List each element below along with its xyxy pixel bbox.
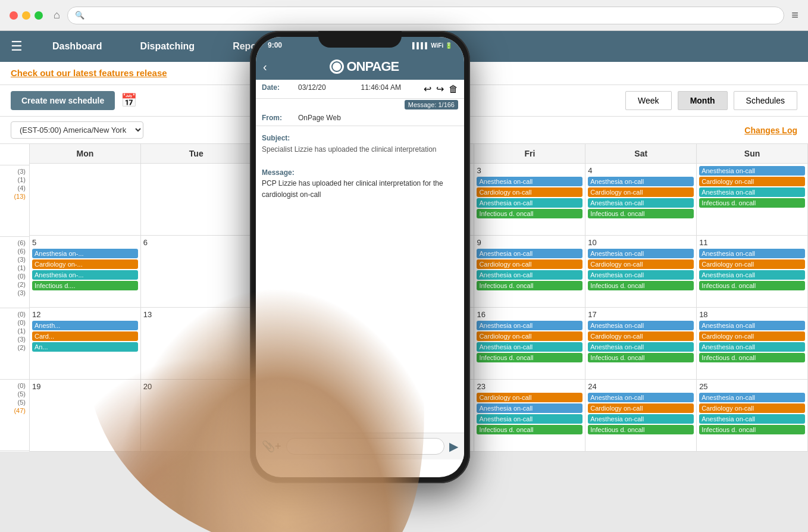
event-pill[interactable]: Cardiology on-call <box>588 403 694 413</box>
event-pill[interactable]: An... <box>32 342 138 352</box>
feature-link[interactable]: Check out our latest features release <box>11 68 167 78</box>
event-pill[interactable]: Cardiology on-... <box>32 259 138 269</box>
cal-cell-sat17[interactable]: 17 Anesthesia on-call Cardiology on-call… <box>585 308 697 379</box>
event-pill[interactable]: Anesthesia on-call <box>699 187 805 197</box>
cal-cell-fri16[interactable]: 16 Anesthesia on-call Cardiology on-call… <box>474 308 585 379</box>
event-pill[interactable]: Anesthesia on-call <box>588 249 694 258</box>
schedules-view-button[interactable]: Schedules <box>734 91 797 110</box>
forward-button[interactable]: ↪ <box>436 83 444 95</box>
event-pill[interactable]: Infectious d. oncall <box>588 353 694 362</box>
cal-cell-sat4[interactable]: 4 Anesthesia on-call Cardiology on-call … <box>585 164 697 235</box>
maximize-button[interactable] <box>35 11 43 20</box>
event-pill[interactable]: Anesthesia on-... <box>32 249 138 258</box>
event-pill[interactable]: Anesthesia on-call <box>477 270 582 280</box>
event-pill[interactable]: Infectious d. oncall <box>699 353 805 362</box>
event-pill[interactable]: Infectious d. oncall <box>477 281 582 290</box>
event-pill[interactable]: Cardiology on-call <box>477 393 582 402</box>
cal-cell-mon19[interactable]: 19 <box>30 380 141 451</box>
event-pill[interactable]: Anesthesia on-call <box>477 342 582 352</box>
timezone-select[interactable]: (EST-05:00) America/New York <box>11 121 143 139</box>
event-pill[interactable]: Cardiology on-call <box>588 259 694 269</box>
create-schedule-button[interactable]: Create new schedule <box>11 91 115 110</box>
hamburger-icon[interactable]: ≡ <box>791 8 798 22</box>
event-pill[interactable]: Infectious d.... <box>32 281 138 290</box>
cal-cell-sat10[interactable]: 10 Anesthesia on-call Cardiology on-call… <box>585 236 697 307</box>
cal-cell-sun[interactable]: Anesthesia on-call Cardiology on-call An… <box>697 164 808 235</box>
send-button[interactable]: ▶ <box>449 439 458 453</box>
event-pill[interactable]: Cardiology on-call <box>699 403 805 413</box>
event-pill[interactable]: Anesthesia on-call <box>477 198 582 208</box>
cal-cell-mon5[interactable]: 5 Anesthesia on-... Cardiology on-... An… <box>30 236 141 307</box>
event-pill[interactable]: Cardiology on-call <box>477 259 582 269</box>
phone-input-area: 📎+ ▶ <box>256 433 464 459</box>
cal-cell-sat24[interactable]: 24 Anesthesia on-call Cardiology on-call… <box>585 380 697 451</box>
event-pill[interactable]: Infectious d. oncall <box>699 281 805 290</box>
event-pill[interactable]: Anesthesia on-call <box>477 414 582 424</box>
event-pill[interactable]: Infectious d. oncall <box>699 198 805 208</box>
event-pill[interactable]: Cardiology on-call <box>588 187 694 197</box>
event-pill[interactable]: Cardiology on-call <box>477 187 582 197</box>
event-pill[interactable]: Anesthesia on-... <box>32 270 138 280</box>
cal-cell-tue6[interactable]: 6 <box>141 236 252 307</box>
event-pill[interactable]: Cardiology on-call <box>699 177 805 186</box>
event-pill[interactable]: Card... <box>32 331 138 341</box>
event-pill[interactable]: Anesthesia on-call <box>699 342 805 352</box>
event-pill[interactable]: Cardiology on-call <box>699 331 805 341</box>
event-pill[interactable]: Anesthesia on-call <box>477 249 582 258</box>
close-button[interactable] <box>10 11 18 20</box>
address-bar[interactable]: 🔍 <box>67 7 784 24</box>
week-view-button[interactable]: Week <box>625 91 672 110</box>
event-pill[interactable]: Infectious d. oncall <box>477 209 582 218</box>
cal-cell[interactable] <box>30 164 141 235</box>
event-pill[interactable]: Anesthesia on-call <box>588 198 694 208</box>
nav-hamburger[interactable]: ☰ <box>0 39 33 54</box>
cal-cell-sun11[interactable]: 11 Anesthesia on-call Cardiology on-call… <box>697 236 808 307</box>
event-pill[interactable]: Anesthesia on-call <box>477 403 582 413</box>
home-icon[interactable]: ⌂ <box>54 9 60 21</box>
event-pill[interactable]: Anesthesia on-call <box>588 342 694 352</box>
event-pill[interactable]: Infectious d. oncall <box>699 425 805 434</box>
event-pill[interactable]: Infectious d. oncall <box>477 353 582 362</box>
event-pill[interactable]: Infectious d. oncall <box>588 281 694 290</box>
event-pill[interactable]: Infectious d. oncall <box>588 425 694 434</box>
cal-cell-tue20[interactable]: 20 <box>141 380 252 451</box>
cal-cell-sun18[interactable]: 18 Anesthesia on-call Cardiology on-call… <box>697 308 808 379</box>
reply-button[interactable]: ↩ <box>424 83 431 95</box>
event-pill[interactable]: Anesth... <box>32 321 138 330</box>
event-pill[interactable]: Anesthesia on-call <box>477 177 582 186</box>
cal-cell-mon12[interactable]: 12 Anesth... Card... An... <box>30 308 141 379</box>
event-pill[interactable]: Anesthesia on-call <box>699 321 805 330</box>
event-pill[interactable]: Infectious d. oncall <box>588 209 694 218</box>
event-pill[interactable]: Anesthesia on-call <box>588 321 694 330</box>
event-pill[interactable]: Anesthesia on-call <box>699 393 805 402</box>
message-input[interactable] <box>286 438 444 455</box>
event-pill[interactable]: Anesthesia on-call <box>588 414 694 424</box>
event-pill[interactable]: Anesthesia on-call <box>588 270 694 280</box>
event-pill[interactable]: Anesthesia on-call <box>699 270 805 280</box>
nav-item-dashboard[interactable]: Dashboard <box>33 31 121 62</box>
event-pill[interactable]: Anesthesia on-call <box>699 414 805 424</box>
event-pill[interactable]: Anesthesia on-call <box>699 166 805 176</box>
cal-cell-fri3[interactable]: 3 Anesthesia on-call Cardiology on-call … <box>474 164 585 235</box>
cal-cell[interactable] <box>141 164 252 235</box>
phone-back-button[interactable]: ‹ <box>263 60 267 74</box>
cal-cell-sun25[interactable]: 25 Anesthesia on-call Cardiology on-call… <box>697 380 808 451</box>
event-pill[interactable]: Anesthesia on-call <box>588 177 694 186</box>
event-pill[interactable]: Infectious d. oncall <box>477 425 582 434</box>
event-pill[interactable]: Anesthesia on-call <box>588 393 694 402</box>
event-pill[interactable]: Anesthesia on-call <box>699 249 805 258</box>
month-view-button[interactable]: Month <box>678 91 728 110</box>
calendar-icon-button[interactable]: 📅 <box>121 93 137 108</box>
nav-item-dispatching[interactable]: Dispatching <box>121 31 214 62</box>
attach-button[interactable]: 📎+ <box>262 440 281 453</box>
changes-log-link[interactable]: Changes Log <box>744 126 797 135</box>
minimize-button[interactable] <box>22 11 30 20</box>
cal-cell-fri23[interactable]: 23 Cardiology on-call Anesthesia on-call… <box>474 380 585 451</box>
cal-cell-tue13[interactable]: 13 <box>141 308 252 379</box>
event-pill[interactable]: Cardiology on-call <box>699 259 805 269</box>
delete-button[interactable]: 🗑 <box>449 84 458 95</box>
event-pill[interactable]: Anesthesia on-call <box>477 321 582 330</box>
cal-cell-fri9[interactable]: 9 Anesthesia on-call Cardiology on-call … <box>474 236 585 307</box>
event-pill[interactable]: Cardiology on-call <box>477 331 582 341</box>
event-pill[interactable]: Cardiology on-call <box>588 331 694 341</box>
